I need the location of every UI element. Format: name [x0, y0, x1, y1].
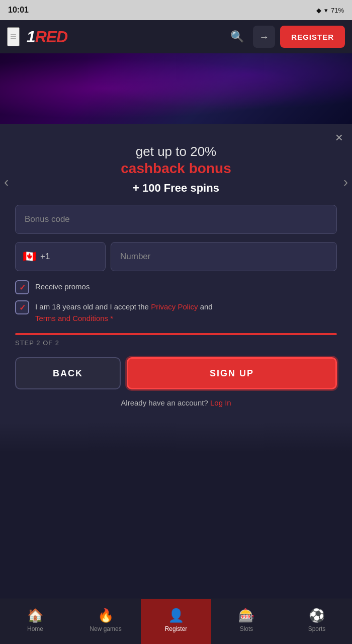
login-icon: →: [259, 31, 269, 43]
step-label: STEP 2 OF 2: [15, 339, 59, 347]
nav-item-home[interactable]: 🏠 Home: [0, 599, 70, 644]
back-button[interactable]: BACK: [15, 357, 121, 389]
login-button[interactable]: →: [253, 26, 275, 48]
progress-fill: [15, 333, 337, 335]
checkmark-icon-2: ✓: [19, 303, 26, 312]
modal-subtitle: + 100 Free spins: [15, 182, 337, 195]
privacy-policy-link[interactable]: Privacy Policy: [151, 302, 198, 311]
status-bar: 10:01 ◆ ▾ 71%: [0, 0, 352, 20]
status-time: 10:01: [8, 6, 29, 15]
progress-container: STEP 2 OF 2: [15, 333, 337, 347]
logo: 1RED: [27, 28, 67, 46]
battery-icon: 71%: [331, 7, 344, 14]
nav-label-new-games: New games: [90, 625, 121, 632]
logo-number: 1: [27, 28, 35, 46]
country-selector[interactable]: 🇨🇦 +1: [15, 242, 106, 271]
age-terms-label: I am 18 years old and I accept the Priva…: [35, 300, 213, 324]
nav-item-register[interactable]: 👤 Register: [141, 599, 211, 644]
bottom-nav: 🏠 Home 🔥 New games 👤 Register 🎰 Slots ⚽ …: [0, 599, 352, 644]
phone-number-input[interactable]: [111, 242, 337, 271]
modal-overlay: × ‹ › get up to 20% cashback bonus + 100…: [0, 124, 352, 422]
progress-bar: [15, 333, 337, 335]
nav-item-sports[interactable]: ⚽ Sports: [282, 599, 352, 644]
nav-item-slots[interactable]: 🎰 Slots: [211, 599, 282, 644]
already-account-text: Already have an account? Log In: [15, 398, 337, 407]
menu-button[interactable]: ≡: [7, 27, 20, 46]
login-link[interactable]: Log In: [210, 398, 231, 407]
receive-promos-checkbox[interactable]: ✓: [15, 280, 29, 294]
hero-banner: [0, 53, 352, 124]
modal-title-line2: cashback bonus: [15, 160, 337, 177]
phone-row: 🇨🇦 +1: [15, 242, 337, 271]
nav-label-sports: Sports: [308, 625, 326, 632]
country-flag: 🇨🇦: [23, 250, 36, 263]
search-icon: 🔍: [230, 30, 244, 43]
status-icons: ◆ ▾ 71%: [316, 7, 344, 14]
sports-icon: ⚽: [309, 608, 325, 623]
carousel-right-button[interactable]: ›: [343, 174, 348, 190]
bonus-code-input[interactable]: [15, 205, 337, 234]
search-button[interactable]: 🔍: [226, 26, 248, 48]
receive-promos-label: Receive promos: [35, 280, 90, 293]
checkmark-icon: ✓: [19, 283, 26, 292]
nav-label-register: Register: [165, 625, 188, 632]
slots-icon: 🎰: [238, 608, 254, 623]
nav-item-new-games[interactable]: 🔥 New games: [70, 599, 141, 644]
signal-icon: ◆: [316, 7, 321, 14]
modal-title-line1: get up to 20%: [15, 124, 337, 159]
home-icon: 🏠: [27, 608, 43, 623]
button-row: BACK SIGN UP: [15, 357, 337, 389]
signup-button[interactable]: SIGN UP: [127, 357, 337, 389]
terms-link[interactable]: Terms and Conditions *: [35, 314, 113, 323]
nav-label-slots: Slots: [240, 625, 253, 632]
header: ≡ 1RED 🔍 → REGISTER: [0, 20, 352, 53]
country-code: +1: [40, 252, 50, 262]
close-button[interactable]: ×: [335, 131, 343, 144]
nav-label-home: Home: [27, 625, 43, 632]
fire-icon: 🔥: [98, 608, 114, 623]
wifi-icon: ▾: [324, 7, 328, 14]
age-terms-row: ✓ I am 18 years old and I accept the Pri…: [15, 300, 337, 324]
carousel-left-button[interactable]: ‹: [4, 174, 9, 190]
register-icon: 👤: [168, 608, 184, 623]
bottom-fade: [0, 422, 352, 452]
age-terms-checkbox[interactable]: ✓: [15, 300, 29, 314]
register-button[interactable]: REGISTER: [280, 26, 345, 48]
receive-promos-row: ✓ Receive promos: [15, 280, 337, 294]
